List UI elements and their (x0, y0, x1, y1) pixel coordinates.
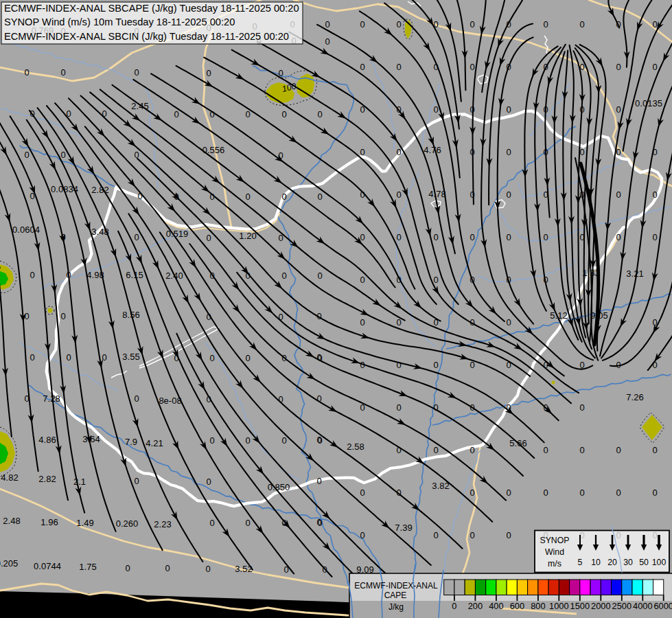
svg-text:7.39: 7.39 (395, 523, 412, 533)
svg-text:0: 0 (506, 232, 511, 242)
svg-text:0: 0 (165, 563, 170, 573)
svg-text:800: 800 (531, 601, 545, 611)
svg-text:4.21: 4.21 (146, 438, 163, 448)
svg-text:7.26: 7.26 (626, 392, 643, 402)
svg-text:0: 0 (433, 104, 438, 115)
svg-text:50: 50 (639, 558, 649, 567)
svg-text:0: 0 (506, 317, 511, 328)
svg-text:2.48: 2.48 (3, 516, 20, 526)
svg-text:0: 0 (209, 518, 214, 528)
svg-text:4000: 4000 (633, 601, 652, 611)
svg-text:200: 200 (468, 601, 483, 611)
svg-text:0: 0 (616, 445, 621, 455)
svg-text:600: 600 (510, 601, 524, 611)
svg-text:5: 5 (578, 558, 583, 567)
svg-text:0: 0 (433, 530, 438, 540)
svg-text:0: 0 (134, 67, 139, 78)
svg-text:0: 0 (317, 271, 322, 281)
svg-text:400: 400 (489, 601, 503, 611)
svg-text:0: 0 (579, 488, 584, 498)
svg-text:0: 0 (125, 563, 130, 573)
svg-text:SYNOP Wind (m/s) 10m Tuesday 1: SYNOP Wind (m/s) 10m Tuesday 18-11-2025 … (4, 16, 235, 27)
svg-text:0: 0 (506, 190, 511, 200)
svg-text:0: 0 (281, 192, 286, 202)
svg-text:0: 0 (433, 232, 438, 242)
svg-text:0: 0 (506, 530, 511, 540)
svg-text:0: 0 (281, 435, 286, 446)
svg-text:0: 0 (316, 476, 321, 486)
svg-text:0: 0 (616, 62, 621, 72)
svg-text:0: 0 (134, 150, 139, 160)
svg-text:0: 0 (325, 36, 329, 47)
svg-text:10: 10 (591, 558, 601, 567)
svg-text:2500: 2500 (612, 601, 632, 611)
svg-text:2.1: 2.1 (73, 477, 86, 487)
svg-text:0: 0 (470, 530, 474, 540)
svg-text:0: 0 (396, 62, 401, 72)
svg-text:0: 0 (316, 517, 321, 527)
svg-text:0.260: 0.260 (116, 518, 139, 529)
svg-text:0: 0 (60, 311, 65, 321)
svg-text:0: 0 (134, 393, 139, 404)
svg-text:0: 0 (360, 19, 364, 30)
svg-text:SYNOP: SYNOP (540, 536, 569, 545)
svg-text:0: 0 (579, 445, 584, 455)
svg-text:3.21: 3.21 (626, 268, 643, 279)
svg-text:0: 0 (317, 192, 322, 202)
svg-text:0: 0 (579, 147, 584, 157)
svg-text:0: 0 (452, 601, 456, 611)
svg-text:30: 30 (623, 558, 633, 567)
svg-text:0.205: 0.205 (0, 558, 18, 569)
svg-text:0: 0 (360, 62, 364, 72)
svg-text:0: 0 (60, 67, 65, 78)
svg-text:0: 0 (134, 232, 139, 242)
svg-text:0: 0 (360, 530, 364, 540)
svg-text:0: 0 (579, 402, 584, 413)
svg-text:0: 0 (281, 109, 286, 119)
svg-text:0: 0 (652, 19, 657, 30)
svg-text:4.86: 4.86 (38, 435, 56, 445)
svg-text:1.96: 1.96 (40, 517, 58, 527)
svg-text:0: 0 (506, 104, 511, 115)
svg-text:0: 0 (543, 232, 548, 242)
svg-text:ECMWF-INDEX-ANAL SBCIN (J/kg): ECMWF-INDEX-ANAL SBCIN (J/kg) Tuesday 18… (4, 31, 289, 42)
svg-text:0: 0 (506, 147, 511, 157)
svg-text:100: 100 (652, 558, 667, 567)
svg-text:J/kg: J/kg (389, 602, 404, 612)
svg-text:0: 0 (206, 68, 211, 78)
svg-text:1.49: 1.49 (76, 518, 93, 528)
svg-text:6000: 6000 (653, 601, 672, 611)
svg-text:0: 0 (470, 488, 474, 498)
svg-text:0: 0 (30, 270, 34, 280)
svg-text:0: 0 (470, 62, 474, 72)
svg-text:0: 0 (652, 62, 657, 72)
svg-text:0: 0 (506, 488, 511, 498)
svg-text:4.82: 4.82 (1, 472, 18, 483)
svg-text:0: 0 (652, 232, 657, 242)
svg-text:0: 0 (206, 477, 211, 487)
svg-text:0: 0 (396, 190, 401, 200)
svg-text:0: 0 (616, 104, 621, 115)
svg-text:CAPE: CAPE (384, 591, 407, 600)
svg-text:0: 0 (317, 109, 322, 119)
svg-text:0: 0 (360, 488, 364, 498)
svg-text:0: 0 (616, 232, 621, 242)
svg-text:0: 0 (470, 445, 474, 455)
svg-text:0: 0 (579, 19, 584, 30)
svg-text:0: 0 (652, 190, 657, 200)
svg-text:0: 0 (396, 19, 401, 30)
svg-text:0: 0 (245, 353, 250, 363)
svg-text:1.20: 1.20 (239, 231, 256, 241)
svg-text:2.23: 2.23 (154, 519, 171, 529)
svg-text:0: 0 (396, 402, 401, 413)
svg-text:2.82: 2.82 (38, 474, 56, 484)
svg-text:0: 0 (396, 275, 401, 285)
svg-text:0: 0 (652, 445, 657, 455)
svg-text:1.75: 1.75 (79, 562, 96, 572)
svg-text:2000: 2000 (591, 601, 610, 611)
svg-text:20: 20 (607, 558, 617, 567)
svg-text:0: 0 (60, 150, 65, 160)
svg-text:0: 0 (396, 232, 401, 242)
svg-text:0: 0 (616, 190, 621, 200)
svg-text:m/s: m/s (548, 559, 561, 569)
